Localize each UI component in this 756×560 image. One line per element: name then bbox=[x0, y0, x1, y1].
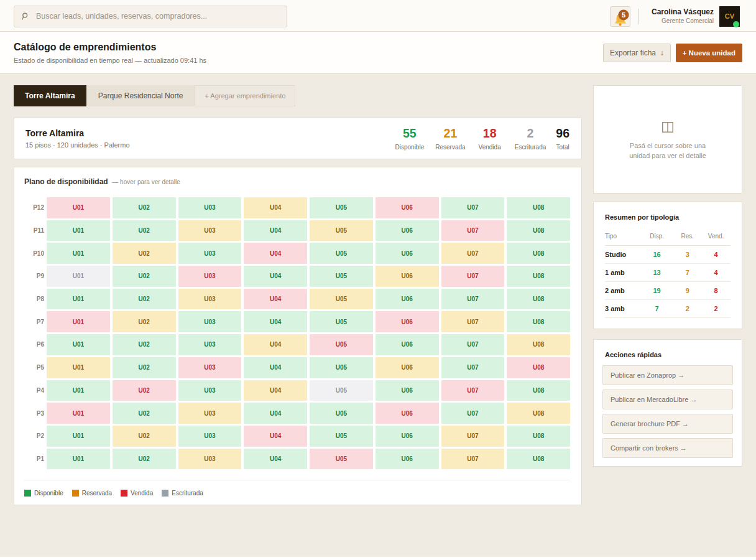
svg-text:5: 5 bbox=[622, 11, 625, 19]
